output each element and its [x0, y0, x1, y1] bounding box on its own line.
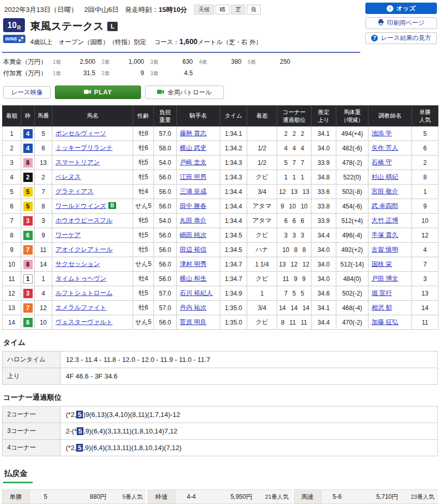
win-popularity: 8 — [412, 170, 438, 185]
prize-pair: 1着31.5 — [53, 69, 95, 77]
horse-name-link[interactable]: スマートリアン — [55, 159, 100, 166]
corner-positions: 4 4 4 — [277, 141, 311, 156]
trainer-name-link[interactable]: 古賀 慎明 — [372, 246, 398, 253]
trainer-name-link[interactable]: 矢作 芳人 — [372, 144, 398, 151]
patrol-video-button[interactable]: 全周パトロール — [145, 86, 224, 99]
horse-body-weight: 492(+2) — [336, 243, 368, 257]
horse-name-link[interactable]: ヴェスターヴァルト — [55, 318, 112, 326]
jockey-cell: 横山 和生 — [177, 272, 220, 286]
jockey-name-link[interactable]: 戸崎 圭太 — [180, 159, 206, 166]
finish-position: 10 — [3, 257, 21, 272]
win-popularity: 10 — [412, 214, 438, 228]
horse-name-link[interactable]: アオイクレアトール — [55, 246, 112, 253]
horse-number: 6 — [35, 141, 52, 156]
trainer-name-link[interactable]: 宮田 敬介 — [372, 188, 398, 195]
prize-rank: 5着 — [248, 59, 256, 66]
carried-weight: 56.0 — [154, 315, 177, 330]
trainer-name-link[interactable]: 手塚 貴久 — [372, 231, 398, 239]
horse-name-link[interactable]: ワールドウインズ — [55, 202, 106, 209]
horse-name-link[interactable]: サクセッション — [55, 260, 100, 268]
estimated-last-3f: 34.6 — [311, 286, 336, 301]
column-header: 馬名 — [52, 106, 133, 127]
result-guide-button[interactable]: ? レース結果の見方 — [365, 32, 437, 44]
trainer-name-link[interactable]: 戸田 博文 — [372, 275, 398, 282]
trainer-name-link[interactable]: 堀 宣行 — [372, 289, 392, 297]
horse-name-cell: ワーケア — [52, 228, 133, 243]
jockey-name-link[interactable]: 丸田 恭介 — [180, 217, 206, 224]
horse-name-cell: ワールドウインズB — [52, 199, 133, 214]
prize-amount: 630 — [182, 58, 193, 65]
video-toolbar: レース映像 PLAY 全周パトロール — [2, 81, 438, 105]
jockey-name-link[interactable]: 田辺 裕信 — [180, 246, 206, 253]
trainer-name-link[interactable]: 池添 学 — [372, 130, 392, 137]
corner-row-label: 2コーナー — [3, 407, 61, 423]
corner-row-label: 3コーナー — [3, 423, 61, 440]
frame-cell: 7 — [21, 243, 35, 257]
race-video-button[interactable]: レース映像 — [3, 86, 51, 99]
horse-body-weight: 512(-14) — [336, 257, 368, 272]
race-title: 東風ステークス — [31, 19, 104, 33]
corner-order-suffix: )9(6,13)(3,4,10)(8,11)(1,7,14)-12 — [83, 411, 180, 418]
horse-name-link[interactable]: ボンセルヴィーソ — [55, 130, 106, 137]
finish-time: 1:34.1 — [220, 127, 247, 141]
corner-row-label: 4コーナー — [3, 440, 61, 456]
sex-age: 牡5 — [133, 228, 154, 243]
jockey-name-link[interactable]: 嶋田 純次 — [180, 231, 206, 239]
trainer-name-link[interactable]: 石橋 守 — [372, 159, 392, 166]
winner-number-highlight: 5 — [77, 427, 83, 435]
finish-time: 1:34.7 — [220, 272, 247, 286]
jockey-name-link[interactable]: 津村 明秀 — [180, 260, 206, 268]
blinker-badge: B — [108, 202, 116, 209]
payout-row: 単勝 5 880円 5番人気 — [3, 490, 147, 504]
jockey-name-link[interactable]: 藤懸 貴志 — [180, 130, 206, 137]
carried-weight: 56.0 — [154, 199, 177, 214]
jockey-name-link[interactable]: 横山 和生 — [180, 275, 206, 282]
prize-rank: 3着 — [150, 70, 159, 77]
print-page-button[interactable]: 印刷用ページ — [365, 17, 437, 29]
weather-value: 晴 — [216, 5, 230, 15]
trainer-name-link[interactable]: 国枝 栄 — [372, 260, 392, 268]
column-header: 性齢 — [133, 106, 154, 127]
frame-cell: 6 — [21, 228, 35, 243]
frame-cell: 5 — [21, 185, 35, 199]
jockey-name-link[interactable]: 横山 武史 — [180, 144, 206, 151]
win-popularity: 12 — [412, 228, 438, 243]
trainer-cell: 杉山 晴紀 — [368, 170, 412, 185]
jockey-name-link[interactable]: 三浦 皇成 — [180, 188, 206, 195]
start-time-label: 発走時刻： — [125, 5, 159, 15]
horse-name-link[interactable]: ルフトシュトローム — [55, 289, 112, 297]
trainer-name-link[interactable]: 大竹 正博 — [372, 217, 398, 224]
corner-positions: 2 2 2 — [277, 127, 311, 141]
frame-number-badge: 3 — [23, 216, 33, 226]
jockey-name-link[interactable]: 菅原 明良 — [180, 318, 206, 326]
result-row: 11 1 1 タイムトゥヘヴン 牡4 56.0 横山 和生 1:34.7 クビ … — [3, 272, 438, 286]
jockey-name-link[interactable]: 田中 勝春 — [180, 202, 206, 209]
carried-weight: 56.0 — [154, 170, 177, 185]
horse-name-link[interactable]: タイムトゥヘヴン — [55, 275, 106, 282]
jockey-cell: 石川 裕紀人 — [177, 286, 220, 301]
jockey-cell: 菅原 明良 — [177, 315, 220, 330]
trainer-name-link[interactable]: 杉山 晴紀 — [372, 173, 398, 180]
trainer-name-link[interactable]: 相沢 郁 — [372, 304, 392, 311]
win-popularity: 3 — [412, 272, 438, 286]
horse-name-link[interactable]: エメラルファイト — [55, 304, 106, 311]
trainer-name-link[interactable]: 加藤 征弘 — [372, 318, 398, 326]
sex-age: せん5 — [133, 315, 154, 330]
race-conditions-text: 4歳以上 オープン（国際）（特指）別定 — [31, 38, 147, 46]
finish-position: 6 — [3, 199, 21, 214]
horse-name-cell: スマートリアン — [52, 156, 133, 170]
jockey-name-link[interactable]: 江田 照男 — [180, 173, 206, 180]
jockey-name-link[interactable]: 丹内 祐次 — [180, 304, 206, 311]
horse-name-link[interactable]: ベレヌス — [55, 173, 81, 180]
jockey-name-link[interactable]: 石川 裕紀人 — [180, 289, 212, 297]
margin: クビ — [247, 170, 277, 185]
horse-name-link[interactable]: ワーケア — [55, 231, 81, 239]
odds-button[interactable]: › オッズ — [365, 3, 437, 14]
added-prize-values: 1着31.52着93着4.5 — [53, 69, 199, 77]
horse-name-link[interactable]: ミッキーブリランテ — [55, 144, 112, 151]
play-button[interactable]: PLAY — [55, 86, 141, 99]
carried-weight: 57.0 — [154, 301, 177, 315]
horse-name-link[interactable]: グラティアス — [55, 188, 94, 195]
trainer-name-link[interactable]: 武 幸四郎 — [372, 202, 398, 209]
horse-name-link[interactable]: ホウオウピースフル — [55, 217, 112, 224]
